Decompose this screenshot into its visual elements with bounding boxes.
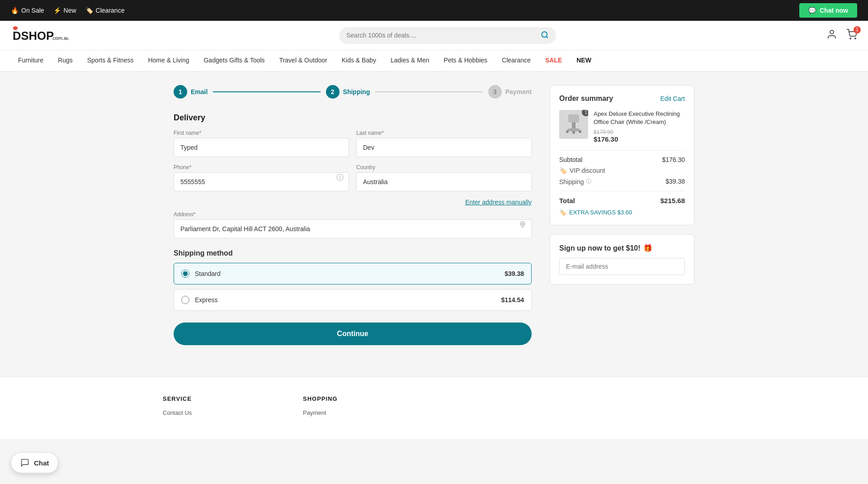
address-input[interactable] bbox=[174, 219, 532, 238]
express-shipping-name: Express bbox=[195, 296, 501, 304]
product-price-new: $176.30 bbox=[594, 135, 685, 143]
product-price-old: $179.90 bbox=[594, 129, 685, 135]
svg-point-15 bbox=[579, 130, 581, 133]
new-link[interactable]: ⚡ New bbox=[53, 7, 76, 14]
address-row: Address* bbox=[174, 211, 532, 238]
step-3-circle: 3 bbox=[488, 85, 502, 99]
svg-point-5 bbox=[830, 30, 834, 34]
order-summary-card: Order summary Edit Cart 1 bbox=[550, 85, 694, 225]
progress-line-1 bbox=[213, 91, 320, 92]
delivery-title: Delivery bbox=[174, 113, 532, 123]
first-name-group: First name* bbox=[174, 130, 349, 157]
cart-icon[interactable]: 1 bbox=[846, 29, 857, 42]
product-row: 1 Apex Deluxe Executive Reclining Office… bbox=[559, 110, 685, 143]
tag-icon: 🏷️ bbox=[85, 7, 93, 14]
country-group: Country Australia New Zealand United Sta… bbox=[356, 164, 532, 191]
order-summary-title: Order summary bbox=[559, 95, 613, 103]
svg-point-8 bbox=[522, 223, 524, 225]
last-name-input[interactable] bbox=[356, 138, 532, 157]
top-banner: 🔥 On Sale ⚡ New 🏷️ Clearance 💬 Chat now bbox=[0, 0, 868, 21]
phone-info-icon[interactable]: ⓘ bbox=[336, 173, 344, 183]
savings-icon: 🏷️ bbox=[559, 209, 566, 216]
standard-shipping-name: Standard bbox=[195, 270, 505, 277]
svg-point-13 bbox=[566, 130, 569, 133]
last-name-label: Last name* bbox=[356, 130, 532, 136]
cart-badge: 1 bbox=[854, 26, 861, 33]
continue-button[interactable]: Continue bbox=[174, 323, 532, 345]
enter-address-manually-link[interactable]: Enter address manually bbox=[174, 199, 532, 206]
on-sale-label: On Sale bbox=[21, 7, 44, 14]
subtotal-value: $176.30 bbox=[662, 156, 685, 163]
nav-sports-fitness[interactable]: Sports & Fitness bbox=[80, 50, 141, 71]
clearance-link[interactable]: 🏷️ Clearance bbox=[85, 7, 125, 14]
nav-new[interactable]: NEW bbox=[569, 50, 599, 71]
svg-point-12 bbox=[567, 128, 580, 132]
chat-now-button[interactable]: 💬 Chat now bbox=[799, 3, 857, 18]
express-radio[interactable] bbox=[181, 296, 189, 304]
search-input[interactable] bbox=[346, 32, 537, 39]
logo[interactable]: DSHOP .com.au bbox=[11, 26, 69, 44]
vip-label: 🏷️ VIP discount bbox=[559, 167, 605, 174]
svg-text:.com.au: .com.au bbox=[52, 35, 69, 41]
email-signup-input[interactable] bbox=[559, 258, 685, 275]
vip-icon: 🏷️ bbox=[559, 167, 567, 174]
total-label: Total bbox=[559, 197, 575, 204]
product-info: Apex Deluxe Executive Reclining Office C… bbox=[594, 110, 685, 143]
nav-rugs[interactable]: Rugs bbox=[51, 50, 80, 71]
subtotal-label: Subtotal bbox=[559, 156, 582, 163]
summary-divider-1 bbox=[559, 150, 685, 151]
summary-divider-2 bbox=[559, 191, 685, 191]
location-icon bbox=[519, 221, 526, 229]
name-row: First name* Last name* bbox=[174, 130, 532, 157]
shipping-label-group: Shipping ⓘ bbox=[559, 178, 591, 185]
nav-furniture[interactable]: Furniture bbox=[11, 50, 51, 71]
gift-icon: 🎁 bbox=[643, 244, 652, 252]
nav-travel-outdoor[interactable]: Travel & Outdoor bbox=[272, 50, 335, 71]
phone-input[interactable] bbox=[174, 172, 349, 191]
nav-kids-baby[interactable]: Kids & Baby bbox=[335, 50, 383, 71]
account-icon[interactable] bbox=[826, 29, 837, 42]
signup-title: Sign up now to get $10! 🎁 bbox=[559, 244, 685, 252]
first-name-label: First name* bbox=[174, 130, 349, 136]
first-name-input[interactable] bbox=[174, 138, 349, 157]
standard-shipping-option[interactable]: Standard $39.38 bbox=[174, 263, 532, 285]
main-nav: Furniture Rugs Sports & Fitness Home & L… bbox=[0, 50, 868, 71]
nav-clearance[interactable]: Clearance bbox=[495, 50, 538, 71]
search-bar bbox=[339, 27, 556, 44]
nav-ladies-men[interactable]: Ladies & Men bbox=[383, 50, 437, 71]
footer: SERVICE Contact Us SHOPPING Payment bbox=[0, 377, 868, 439]
phone-group: Phone* ⓘ bbox=[174, 164, 349, 191]
footer-contact-us[interactable]: Contact Us bbox=[163, 409, 285, 416]
nav-pets-hobbies[interactable]: Pets & Hobbies bbox=[437, 50, 495, 71]
signup-card: Sign up now to get $10! 🎁 bbox=[550, 234, 694, 285]
step-3-label: Payment bbox=[505, 88, 532, 95]
step-1-circle: 1 bbox=[174, 85, 187, 99]
country-select[interactable]: Australia New Zealand United States Unit… bbox=[356, 172, 532, 191]
express-shipping-option[interactable]: Express $114.54 bbox=[174, 289, 532, 311]
shipping-method-title: Shipping method bbox=[174, 249, 532, 257]
logo-svg: DSHOP .com.au bbox=[11, 26, 69, 44]
vip-discount-row: 🏷️ VIP discount bbox=[559, 167, 685, 174]
country-label: Country bbox=[356, 164, 532, 171]
svg-line-4 bbox=[546, 36, 547, 38]
search-button[interactable] bbox=[541, 31, 549, 40]
order-summary-header: Order summary Edit Cart bbox=[559, 95, 685, 103]
on-sale-link[interactable]: 🔥 On Sale bbox=[11, 7, 44, 14]
nav-home-living[interactable]: Home & Living bbox=[141, 50, 196, 71]
phone-country-row: Phone* ⓘ Country Australia New Zealand U… bbox=[174, 164, 532, 191]
shipping-info-icon: ⓘ bbox=[586, 178, 591, 185]
standard-shipping-price: $39.38 bbox=[505, 270, 524, 277]
express-shipping-price: $114.54 bbox=[501, 296, 524, 304]
svg-point-7 bbox=[855, 38, 856, 39]
standard-radio[interactable] bbox=[181, 270, 189, 278]
clearance-label: Clearance bbox=[96, 7, 125, 14]
footer-shopping: SHOPPING Payment bbox=[303, 395, 425, 421]
edit-cart-link[interactable]: Edit Cart bbox=[660, 95, 685, 102]
svg-text:DSHOP: DSHOP bbox=[13, 29, 54, 42]
shipping-value: $39.38 bbox=[665, 178, 685, 185]
nav-gadgets[interactable]: Gadgets Gifts & Tools bbox=[196, 50, 272, 71]
footer-payment[interactable]: Payment bbox=[303, 409, 425, 416]
chat-now-label: Chat now bbox=[820, 7, 848, 14]
svg-rect-11 bbox=[572, 123, 576, 129]
nav-sale[interactable]: SALE bbox=[538, 50, 569, 71]
